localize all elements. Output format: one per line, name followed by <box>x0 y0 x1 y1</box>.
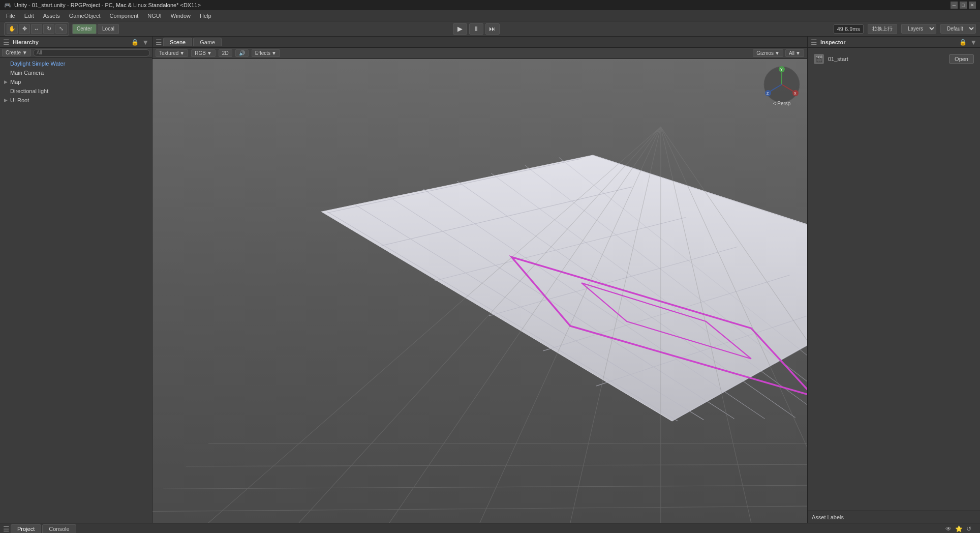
eye-icon-button[interactable]: 👁 <box>944 525 953 533</box>
scene-toolbar-right: Gizmos ▼ All ▼ <box>753 49 804 57</box>
svg-text:Z: Z <box>767 92 769 95</box>
scene-3d-viewport <box>152 59 807 523</box>
menu-item-help[interactable]: Help <box>196 12 216 20</box>
hierarchy-more-button[interactable]: ▼ <box>142 38 149 46</box>
tool-rotate-button[interactable]: ↔ <box>31 24 42 34</box>
tool-rect-button[interactable]: ⤡ <box>55 24 67 34</box>
menu-item-edit[interactable]: Edit <box>20 12 38 20</box>
tab-console-label: Console <box>49 526 69 532</box>
inspector-menu-button[interactable]: ☰ <box>811 38 817 46</box>
menu-item-window[interactable]: Window <box>167 12 195 20</box>
hierarchy-lock-button[interactable]: 🔒 <box>131 39 139 46</box>
play-controls: ▶ ⏸ ⏭ <box>453 23 500 35</box>
menu-item-file[interactable]: File <box>2 12 19 20</box>
color-mode-dropdown[interactable]: RGB ▼ <box>191 49 216 57</box>
hierarchy-label-4: Directional light <box>10 88 48 94</box>
inspector-asset-labels-bar: Asset Labels <box>808 511 980 523</box>
project-menu-button[interactable]: ☰ <box>3 525 10 533</box>
layout-dropdown[interactable]: Default <box>940 24 976 34</box>
hierarchy-title: Hierarchy <box>13 39 39 45</box>
hierarchy-item-ui-root[interactable]: ▶ UI Root <box>0 96 152 105</box>
title-bar: 🎮 Unity - 01_start.unity - RPGProject - … <box>0 0 980 10</box>
menu-item-gameobject[interactable]: GameObject <box>65 12 105 20</box>
tool-scale-button[interactable]: ↻ <box>43 24 54 34</box>
create-arrow: ▼ <box>22 50 27 55</box>
render-mode-dropdown[interactable]: Textured ▼ <box>156 49 188 57</box>
pivot-group: Center Local <box>72 24 119 34</box>
audio-button[interactable]: 🔊 <box>235 49 249 57</box>
scene-content[interactable]: Y X Z < Persp <box>152 59 807 523</box>
hierarchy-panel: ☰ Hierarchy 🔒 ▼ Create ▼ Daylight Simple… <box>0 37 152 523</box>
tab-scene-label: Scene <box>170 39 186 45</box>
close-button[interactable]: ✕ <box>969 2 976 9</box>
view-2d-label: 2D <box>222 50 229 56</box>
tab-project[interactable]: Project <box>11 524 41 533</box>
play-button[interactable]: ▶ <box>453 23 467 35</box>
title-bar-controls: ─ □ ✕ <box>951 2 976 9</box>
menu-bar: FileEditAssetsGameObjectComponentNGUIWin… <box>0 10 980 21</box>
scene-name-label: 01_start <box>828 56 848 62</box>
star-filter-button[interactable]: ⭐ <box>955 525 963 533</box>
svg-text:Y: Y <box>780 68 783 71</box>
tab-game[interactable]: Game <box>193 38 222 46</box>
bottom-tabs: ☰ Project Console 👁 ⭐ ↺ <box>0 523 980 533</box>
tab-scene[interactable]: Scene <box>163 38 192 46</box>
hierarchy-label-5: UI Root <box>10 97 29 103</box>
step-button[interactable]: ⏭ <box>485 23 500 35</box>
scene-gizmo[interactable]: Y X Z < Persp <box>761 64 802 105</box>
hierarchy-create-button[interactable]: Create ▼ <box>2 49 31 56</box>
fps-display: 49 6.9ms <box>834 24 864 34</box>
hierarchy-item-main-camera[interactable]: Main Camera <box>0 68 152 77</box>
tab-console[interactable]: Console <box>42 524 76 533</box>
all-layers-label: All <box>789 50 794 56</box>
minimize-button[interactable]: ─ <box>951 2 958 9</box>
pause-button[interactable]: ⏸ <box>469 23 483 35</box>
transform-tools-group: ✋ ✥ ↔ ↻ ⤡ <box>4 22 69 36</box>
all-layers-dropdown[interactable]: All ▼ <box>785 49 804 57</box>
connect-button[interactable]: 拉换上行 <box>868 24 897 34</box>
hierarchy-search-input[interactable] <box>33 49 150 56</box>
scene-name-row: 🎬 01_start Open <box>812 52 976 66</box>
hierarchy-arrow-5: ▶ <box>4 98 10 103</box>
fps-ms-value: 6.9ms <box>845 26 860 32</box>
refresh-button[interactable]: ↺ <box>965 525 973 533</box>
inspector-lock-button[interactable]: 🔒 <box>959 39 967 46</box>
inspector-more-button[interactable]: ▼ <box>970 38 977 46</box>
unity-logo-icon: 🎮 <box>4 2 11 9</box>
menu-item-assets[interactable]: Assets <box>39 12 64 20</box>
main-layout: ☰ Hierarchy 🔒 ▼ Create ▼ Daylight Simple… <box>0 37 980 523</box>
gizmos-label: Gizmos <box>756 50 774 56</box>
tool-move-button[interactable]: ✥ <box>19 24 30 34</box>
tab-project-label: Project <box>17 526 35 532</box>
view-2d-button[interactable]: 2D <box>219 49 232 57</box>
menu-item-component[interactable]: Component <box>105 12 142 20</box>
effects-dropdown[interactable]: Effects ▼ <box>252 49 280 57</box>
asset-labels-text: Asset Labels <box>812 514 844 520</box>
hierarchy-item-map[interactable]: ▶ Map <box>0 77 152 86</box>
hierarchy-item-daylight-water[interactable]: Daylight Simple Water <box>0 59 152 68</box>
pivot-local-button[interactable]: Local <box>98 24 119 34</box>
tool-hand-button[interactable]: ✋ <box>7 24 18 34</box>
gizmos-dropdown[interactable]: Gizmos ▼ <box>753 49 783 57</box>
hierarchy-label-3: Map <box>10 79 21 85</box>
open-scene-button[interactable]: Open <box>949 54 974 64</box>
window-title: Unity - 01_start.unity - RPGProject - PC… <box>14 2 201 8</box>
pivot-center-button[interactable]: Center <box>72 24 97 34</box>
fps-value: 49 <box>837 26 843 32</box>
layers-dropdown[interactable]: Layers <box>901 24 936 34</box>
inspector-header: ☰ Inspector 🔒 ▼ <box>808 37 980 48</box>
render-mode-arrow: ▼ <box>179 50 185 56</box>
title-bar-left: 🎮 Unity - 01_start.unity - RPGProject - … <box>4 2 201 9</box>
maximize-button[interactable]: □ <box>960 2 967 9</box>
hierarchy-item-directional-light[interactable]: Directional light <box>0 86 152 96</box>
inspector-panel: ☰ Inspector 🔒 ▼ 🎬 01_start Open Asset La… <box>807 37 980 523</box>
scene-menu-button[interactable]: ☰ <box>156 38 162 46</box>
inspector-content: 🎬 01_start Open <box>808 48 980 511</box>
bottom-panel: ☰ Project Console 👁 ⭐ ↺ Create ▼ 👁 ☰ ⊞ <box>0 523 980 533</box>
center-panel: ☰ Scene Game Textured ▼ RGB ▼ 2D 🔊 Effec… <box>152 37 807 523</box>
svg-text:X: X <box>794 92 797 95</box>
all-layers-arrow: ▼ <box>795 50 801 56</box>
hierarchy-menu-button[interactable]: ☰ <box>3 38 10 46</box>
menu-item-ngui[interactable]: NGUI <box>143 12 166 20</box>
effects-label: Effects <box>255 50 270 56</box>
